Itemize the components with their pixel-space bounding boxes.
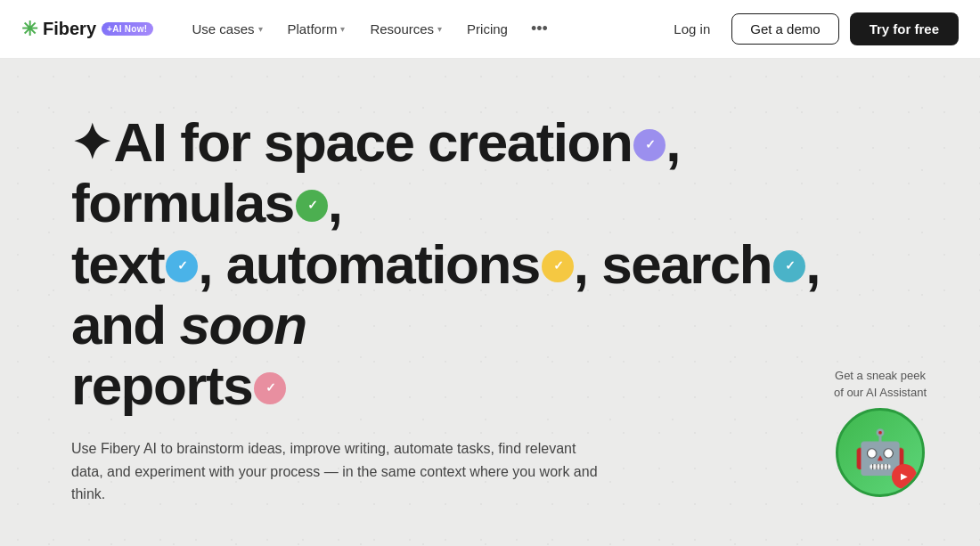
badge-text: ✓ [166, 250, 198, 282]
nav-label-resources: Resources [370, 21, 434, 37]
nav-label-pricing: Pricing [467, 21, 508, 37]
hero-title: ✦AI for space creation✓, formulas✓, text… [71, 112, 855, 416]
check-icon: ✓ [177, 259, 187, 273]
hero-title-part5: , automations [198, 233, 540, 295]
hero-title-part8: reports [71, 354, 252, 416]
ai-badge: +AI Now! [102, 22, 152, 36]
hero-title-part1: AI for space creation [114, 111, 633, 173]
nav-item-pricing[interactable]: Pricing [456, 16, 519, 42]
chevron-down-icon: ▾ [340, 24, 345, 34]
nav-more-button[interactable]: ••• [522, 14, 557, 44]
get-demo-button[interactable]: Get a demo [731, 13, 838, 45]
check-icon: ✓ [645, 138, 655, 151]
logo-icon: ✳ [21, 18, 37, 41]
hero-title-part6: , search [574, 233, 772, 295]
check-icon: ✓ [785, 259, 795, 273]
sneak-peek[interactable]: Get a sneak peekof our AI Assistant 🤖 ▶ [834, 368, 927, 496]
nav-right: Log in Get a demo Try for free [663, 12, 959, 45]
login-button[interactable]: Log in [663, 16, 721, 42]
logo-text: Fibery [43, 19, 96, 39]
play-icon: ▶ [892, 464, 917, 489]
nav-item-resources[interactable]: Resources ▾ [359, 16, 453, 42]
logo[interactable]: ✳ Fibery +AI Now! [21, 18, 153, 41]
chevron-down-icon: ▾ [258, 24, 263, 34]
nav-item-platform[interactable]: Platform ▾ [277, 16, 356, 42]
nav-links: Use cases ▾ Platform ▾ Resources ▾ Prici… [182, 14, 664, 44]
hero-content: ✦AI for space creation✓, formulas✓, text… [71, 112, 855, 506]
nav-label-platform: Platform [288, 21, 338, 37]
robot-video-button[interactable]: 🤖 ▶ [836, 408, 925, 497]
check-icon: ✓ [307, 199, 317, 212]
badge-space-creation: ✓ [633, 129, 666, 161]
hero-title-italic: soon [179, 294, 306, 355]
hero-title-part3: , [328, 172, 342, 233]
check-icon: ✓ [553, 259, 563, 273]
sneak-peek-text: Get a sneak peekof our AI Assistant [834, 368, 927, 400]
navbar: ✳ Fibery +AI Now! Use cases ▾ Platform ▾… [0, 0, 980, 59]
badge-automations: ✓ [542, 250, 574, 282]
sparkle-icon: ✦ [71, 117, 110, 169]
badge-search: ✓ [773, 250, 805, 282]
badge-formulas: ✓ [296, 190, 328, 222]
check-icon: ✓ [265, 381, 275, 395]
hero-section: ✦AI for space creation✓, formulas✓, text… [0, 59, 980, 546]
hero-description: Use Fibery AI to brainstorm ideas, impro… [71, 437, 606, 506]
hero-title-part4: text [71, 233, 164, 295]
chevron-down-icon: ▾ [437, 24, 442, 34]
nav-item-use-cases[interactable]: Use cases ▾ [182, 16, 274, 42]
try-free-button[interactable]: Try for free [850, 12, 959, 45]
badge-reports: ✓ [254, 372, 286, 404]
nav-label-use-cases: Use cases [192, 21, 255, 37]
